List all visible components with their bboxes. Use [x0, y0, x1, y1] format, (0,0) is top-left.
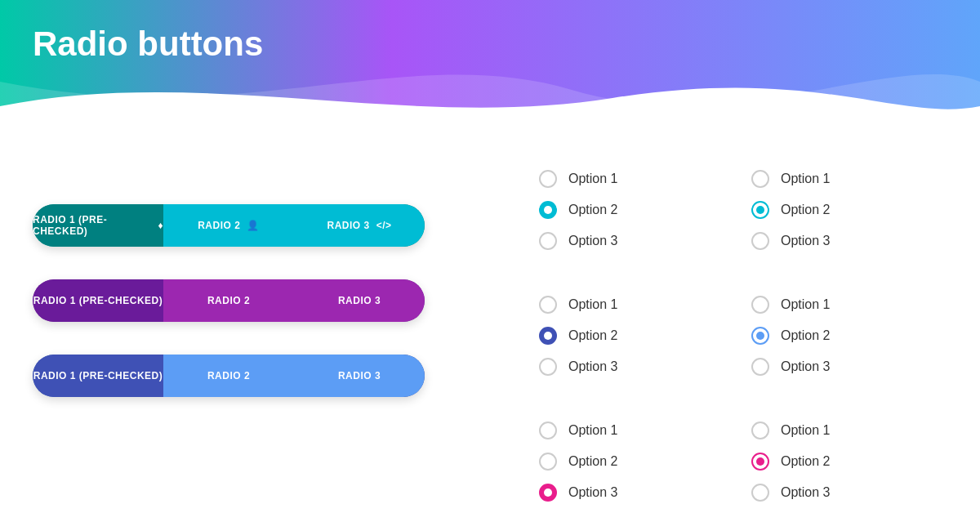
option-right-3-3[interactable]: Option 3: [751, 477, 931, 508]
radio-indicator-selected: [751, 201, 769, 219]
radio-indicator: [751, 296, 769, 314]
radio-label-purple-3: RADIO 3: [338, 295, 381, 306]
option-label: Option 3: [781, 485, 830, 500]
radio-indicator: [751, 422, 769, 439]
option-group-left-3: Option 1 Option 2 Option 3: [539, 415, 719, 508]
option-left-1-1[interactable]: Option 1: [539, 163, 719, 194]
option-right-3-1[interactable]: Option 1: [751, 415, 931, 446]
radio-indicator-selected: [751, 453, 769, 471]
option-label: Option 3: [568, 485, 617, 500]
diamond-icon: ♦: [158, 220, 163, 231]
radio-group-purple[interactable]: RADIO 1 (PRE-CHECKED) RADIO 2 RADIO 3: [33, 279, 425, 322]
radio-btn-purple-3[interactable]: RADIO 3: [294, 279, 425, 322]
radio-btn-teal-1[interactable]: RADIO 1 (PRE-CHECKED) ♦: [33, 204, 163, 247]
radio-label-teal-2: RADIO 2: [198, 220, 240, 231]
radio-indicator: [539, 232, 557, 250]
option-label: Option 1: [781, 423, 830, 438]
radio-btn-blue-2[interactable]: RADIO 2: [163, 355, 294, 397]
left-section: RADIO 1 (PRE-CHECKED) ♦ RADIO 2 👤 RADIO …: [33, 155, 523, 513]
main-content: RADIO 1 (PRE-CHECKED) ♦ RADIO 2 👤 RADIO …: [0, 139, 980, 513]
radio-btn-teal-3[interactable]: RADIO 3 </>: [294, 204, 425, 247]
option-left-3-1[interactable]: Option 1: [539, 415, 719, 446]
option-group-right-1: Option 1 Option 2 Option 3: [751, 163, 931, 256]
radio-indicator-selected: [539, 201, 557, 219]
option-label: Option 3: [781, 234, 830, 248]
radio-label-blue-2: RADIO 2: [207, 370, 250, 381]
option-left-3-2[interactable]: Option 2: [539, 446, 719, 477]
option-left-3-3[interactable]: Option 3: [539, 477, 719, 508]
option-label: Option 3: [781, 359, 830, 374]
option-label: Option 2: [568, 328, 617, 343]
group-divider: [751, 395, 931, 415]
option-left-2-3[interactable]: Option 3: [539, 351, 719, 382]
page-title: Radio buttons: [33, 25, 263, 64]
option-group-left-2: Option 1 Option 2 Option 3: [539, 289, 719, 382]
group-divider: [539, 270, 719, 289]
option-label: Option 1: [568, 297, 617, 312]
radio-label-purple-2: RADIO 2: [207, 295, 250, 306]
option-left-1-2[interactable]: Option 2: [539, 194, 719, 225]
radio-indicator-selected: [751, 327, 769, 345]
option-left-2-2[interactable]: Option 2: [539, 320, 719, 351]
radio-btn-purple-1[interactable]: RADIO 1 (PRE-CHECKED): [33, 279, 163, 322]
option-group-left-1: Option 1 Option 2 Option 3: [539, 163, 719, 256]
option-right-1-3[interactable]: Option 3: [751, 225, 931, 256]
option-label: Option 3: [568, 234, 617, 248]
radio-btn-teal-2[interactable]: RADIO 2 👤: [163, 204, 294, 247]
option-left-1-3[interactable]: Option 3: [539, 225, 719, 256]
radio-indicator: [539, 296, 557, 314]
radio-group-teal[interactable]: RADIO 1 (PRE-CHECKED) ♦ RADIO 2 👤 RADIO …: [33, 204, 425, 247]
option-label: Option 2: [568, 203, 617, 217]
radio-indicator: [539, 170, 557, 188]
radio-indicator-selected: [539, 484, 557, 502]
group-divider: [751, 270, 931, 289]
radio-indicator: [539, 422, 557, 439]
option-label: Option 1: [781, 172, 830, 186]
option-label: Option 2: [568, 454, 617, 469]
radio-group-blue[interactable]: RADIO 1 (PRE-CHECKED) RADIO 2 RADIO 3: [33, 355, 425, 397]
radio-label-blue-3: RADIO 3: [338, 370, 381, 381]
group-divider: [539, 395, 719, 415]
option-left-2-1[interactable]: Option 1: [539, 289, 719, 320]
option-right-2-2[interactable]: Option 2: [751, 320, 931, 351]
radio-btn-blue-1[interactable]: RADIO 1 (PRE-CHECKED): [33, 355, 163, 397]
radio-label-teal-3: RADIO 3: [327, 220, 369, 231]
user-icon: 👤: [247, 220, 260, 231]
option-label: Option 2: [781, 454, 830, 469]
header-background: [0, 0, 980, 131]
option-right-1-2[interactable]: Option 2: [751, 194, 931, 225]
option-group-right-3: Option 1 Option 2 Option 3: [751, 415, 931, 508]
option-label: Option 2: [781, 328, 830, 343]
option-right-3-2[interactable]: Option 2: [751, 446, 931, 477]
option-right-2-3[interactable]: Option 3: [751, 351, 931, 382]
radio-indicator-selected: [539, 327, 557, 345]
right-section: Option 1 Option 2 Option 3 Option 1: [523, 155, 947, 513]
option-label: Option 3: [568, 359, 617, 374]
radio-indicator: [751, 484, 769, 502]
radio-indicator: [751, 170, 769, 188]
radio-label-teal-1: RADIO 1 (PRE-CHECKED): [33, 214, 151, 237]
radio-indicator: [751, 358, 769, 376]
radio-indicator: [539, 358, 557, 376]
radio-indicator: [539, 453, 557, 471]
option-label: Option 1: [568, 172, 617, 186]
radio-label-purple-1: RADIO 1 (PRE-CHECKED): [33, 295, 163, 306]
radio-indicator: [751, 232, 769, 250]
option-right-2-1[interactable]: Option 1: [751, 289, 931, 320]
code-icon: </>: [376, 220, 392, 231]
option-label: Option 2: [781, 203, 830, 217]
radio-label-blue-1: RADIO 1 (PRE-CHECKED): [33, 370, 163, 381]
option-right-1-1[interactable]: Option 1: [751, 163, 931, 194]
radio-btn-blue-3[interactable]: RADIO 3: [294, 355, 425, 397]
option-column-left: Option 1 Option 2 Option 3 Option 1: [523, 163, 735, 513]
option-group-right-2: Option 1 Option 2 Option 3: [751, 289, 931, 382]
option-column-right: Option 1 Option 2 Option 3 Option 1: [735, 163, 947, 513]
option-label: Option 1: [568, 423, 617, 438]
option-label: Option 1: [781, 297, 830, 312]
radio-btn-purple-2[interactable]: RADIO 2: [163, 279, 294, 322]
